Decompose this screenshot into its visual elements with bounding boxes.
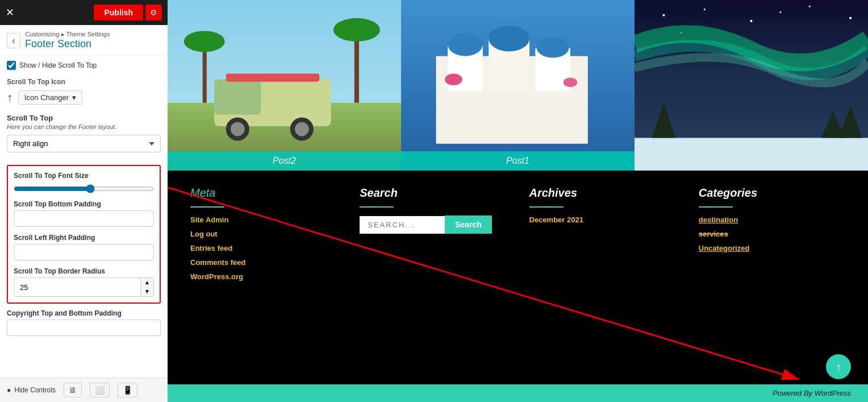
copyright-label: Copyright Top and Bottom Padding	[7, 309, 161, 317]
panel-scroll: Show / Hide Scroll To Top Scroll To Top …	[0, 55, 168, 378]
right-align-select[interactable]: Right align	[7, 135, 161, 152]
search-title: Search	[360, 187, 506, 200]
left-right-padding-input[interactable]: 12	[14, 244, 154, 260]
icon-changer-arrow-icon: ▾	[72, 93, 76, 102]
wordpress-org-link[interactable]: WordPress.org	[190, 272, 337, 281]
border-radius-label: Scroll To Top Border Radius	[14, 267, 154, 275]
icon-changer-select[interactable]: Icon Changer ▾	[18, 90, 82, 105]
svg-point-20	[536, 37, 569, 58]
scroll-to-top-section: Scroll To Top Here you can change the Fo…	[7, 114, 161, 159]
show-hide-row: Show / Hide Scroll To Top	[7, 61, 161, 70]
svg-point-25	[704, 9, 706, 10]
scroll-to-top-button[interactable]: ↑	[826, 354, 851, 379]
border-radius-row: 25 ▲ ▼	[14, 277, 154, 297]
show-hide-label: Show / Hide Scroll To Top	[19, 61, 97, 69]
image-strip: Post2	[168, 0, 868, 171]
svg-point-19	[489, 26, 529, 51]
svg-point-9	[231, 122, 245, 136]
svg-point-18	[448, 33, 483, 56]
svg-point-30	[779, 11, 781, 13]
svg-point-28	[849, 17, 852, 19]
svg-rect-12	[226, 73, 319, 81]
border-radius-input[interactable]: 25	[14, 280, 140, 295]
footer-content: Meta Site Admin Log out Entries feed Com…	[168, 171, 868, 384]
scroll-top-icon-label: Scroll To Top Icon	[7, 78, 161, 86]
logout-link[interactable]: Log out	[190, 230, 337, 238]
publish-area: Publish ⚙	[94, 5, 162, 20]
search-row: Search	[360, 215, 506, 234]
icon-changer-row: ↑ Icon Changer ▾	[7, 90, 161, 105]
mobile-view-button[interactable]: 📱	[118, 383, 137, 397]
search-divider	[360, 206, 394, 208]
svg-point-2	[333, 18, 380, 42]
hide-controls-icon: ●	[7, 386, 11, 394]
search-column: Search Search	[360, 187, 506, 373]
svg-point-11	[295, 122, 309, 136]
hide-controls-label: Hide Controls	[14, 386, 56, 394]
show-hide-checkbox[interactable]	[7, 61, 16, 70]
svg-point-4	[184, 31, 225, 52]
breadcrumb-area: ‹ Customizing ▸ Theme Settings Footer Se…	[0, 25, 168, 55]
archives-divider	[529, 206, 564, 208]
bottom-padding-input[interactable]: 10	[14, 210, 154, 227]
tablet-view-button[interactable]: ⬜	[90, 383, 110, 397]
left-panel: ✕ Publish ⚙ ‹ Customizing ▸ Theme Settin…	[0, 0, 168, 402]
search-button[interactable]: Search	[445, 215, 492, 234]
desktop-view-button[interactable]: 🖥	[64, 383, 82, 397]
svg-point-22	[564, 78, 578, 87]
post2-label: Post2	[168, 151, 401, 171]
meta-column: Meta Site Admin Log out Entries feed Com…	[190, 187, 337, 373]
breadcrumb-path: Customizing ▸ Theme Settings	[25, 31, 110, 38]
post2-card: Post2	[168, 0, 401, 171]
font-size-slider[interactable]	[14, 184, 154, 193]
svg-rect-31	[635, 138, 868, 171]
breadcrumb-info: Customizing ▸ Theme Settings Footer Sect…	[25, 31, 110, 50]
close-button[interactable]: ✕	[6, 6, 14, 19]
categories-title: Categories	[699, 187, 845, 200]
top-bar: ✕ Publish ⚙	[0, 0, 168, 25]
right-panel: Post2	[168, 0, 868, 402]
hide-controls-button[interactable]: ● Hide Controls	[7, 386, 56, 394]
copyright-input[interactable]	[7, 320, 161, 336]
svg-rect-1	[354, 33, 359, 103]
breadcrumb-title: Footer Section	[25, 38, 110, 50]
aurora-card	[635, 0, 868, 171]
meta-title: Meta	[190, 187, 337, 200]
footer-area: Meta Site Admin Log out Entries feed Com…	[168, 171, 868, 402]
publish-button[interactable]: Publish	[94, 5, 143, 20]
icon-changer-label: Icon Changer	[24, 93, 69, 102]
scroll-to-top-section-label: Scroll To Top	[7, 114, 161, 122]
search-input[interactable]	[360, 216, 445, 234]
archives-title: Archives	[529, 187, 676, 200]
svg-point-24	[662, 14, 665, 16]
categories-divider	[699, 206, 733, 208]
decrement-button[interactable]: ▼	[141, 287, 153, 296]
archives-column: Archives December 2021	[529, 187, 676, 373]
svg-point-27	[809, 6, 811, 7]
icon-preview: ↑	[7, 91, 12, 104]
increment-button[interactable]: ▲	[141, 278, 153, 287]
comments-feed-link[interactable]: Comments feed	[190, 258, 337, 267]
svg-point-26	[750, 20, 752, 22]
footer-layout-note: Here you can change the Footer layout.	[7, 123, 161, 130]
svg-rect-7	[214, 80, 261, 115]
left-right-padding-label: Scroll Left Right Padding	[14, 234, 154, 242]
post1-label: Post1	[401, 151, 635, 171]
entries-feed-link[interactable]: Entries feed	[190, 244, 337, 252]
category-services-link[interactable]: services	[699, 230, 845, 238]
category-destination-link[interactable]: destination	[699, 215, 845, 224]
back-button[interactable]: ‹	[7, 33, 20, 48]
gear-button[interactable]: ⚙	[145, 5, 162, 20]
archives-december-link[interactable]: December 2021	[529, 215, 676, 224]
svg-point-21	[445, 73, 462, 85]
site-admin-link[interactable]: Site Admin	[190, 215, 337, 224]
number-arrows: ▲ ▼	[140, 278, 153, 296]
category-uncategorized-link[interactable]: Uncategorized	[699, 244, 845, 252]
meta-divider	[190, 206, 224, 208]
post1-card: Post1	[401, 0, 635, 171]
red-box-settings: Scroll To Top Font Size Scroll Top Botto…	[7, 165, 161, 304]
font-size-label: Scroll To Top Font Size	[14, 172, 154, 180]
powered-by: Powered By WordPress	[168, 384, 868, 402]
categories-column: Categories destination services Uncatego…	[699, 187, 845, 373]
svg-rect-3	[203, 44, 207, 103]
